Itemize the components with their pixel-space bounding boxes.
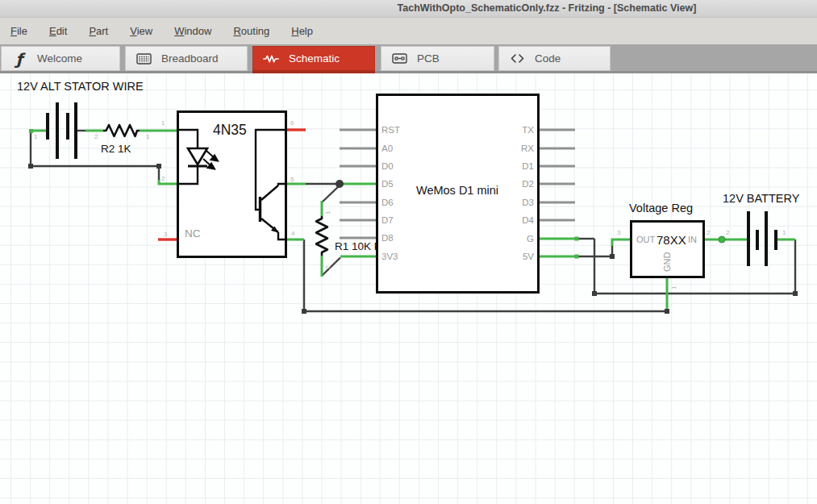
- vreg-title: Voltage Reg: [629, 202, 693, 215]
- wire-junction-to-r1[interactable]: [322, 185, 340, 202]
- opto-part-label: 4N35: [213, 122, 247, 138]
- num-opto-3: 3: [164, 231, 168, 238]
- menu-edit[interactable]: Edit: [49, 25, 67, 37]
- tab-code-label: Code: [535, 52, 561, 65]
- pin-label-d0: D0: [381, 161, 394, 171]
- pin-label-rx: RX: [521, 144, 534, 153]
- vreg-chip-label: 78XX: [657, 233, 686, 247]
- pin-label-g: G: [527, 234, 534, 244]
- pin-label-d6: D6: [381, 198, 394, 207]
- menu-routing[interactable]: Routing: [233, 25, 269, 37]
- schematic-drawing: 12V ALT STATOR WIRE R2 1K: [0, 73, 817, 504]
- title-bar: TachWithOpto_SchematicOnly.fzz - Fritzin…: [0, 0, 817, 18]
- voltage-regulator-78xx[interactable]: Voltage Reg OUT 78XX IN GND: [629, 202, 704, 277]
- pin-label-a0: A0: [381, 144, 393, 153]
- num-vreg-2: 2: [707, 229, 711, 236]
- tab-welcome-label: Welcome: [37, 52, 82, 65]
- stator-wire-label: 12V ALT STATOR WIRE: [17, 80, 144, 93]
- tab-pcb[interactable]: PCB: [381, 46, 494, 71]
- wemos-part-label: WeMos D1 mini: [416, 184, 498, 197]
- tab-breadboard-label: Breadboard: [161, 52, 219, 65]
- opto-nc-label: NC: [185, 227, 201, 240]
- pcb-icon: [391, 52, 407, 65]
- pin-label-tx: TX: [522, 125, 534, 135]
- pin-label-d1: D1: [522, 161, 534, 171]
- vreg-in-label: IN: [688, 235, 697, 244]
- num-opto-4: 4: [291, 230, 295, 237]
- code-icon: [509, 52, 525, 65]
- wemos-d1-mini[interactable]: WeMos D1 mini RST A0 D0 D5 D6 D7 D8 3V3 …: [377, 95, 539, 293]
- resistor-r1[interactable]: [316, 216, 327, 256]
- num-r2-1: 1: [146, 133, 150, 140]
- tab-code[interactable]: Code: [498, 46, 611, 71]
- d5-junction-dot[interactable]: [336, 180, 344, 188]
- pin-label-d8: D8: [381, 233, 394, 243]
- resistor-r2[interactable]: [103, 125, 140, 136]
- num-bat-r-2: 2: [726, 229, 730, 236]
- menu-window[interactable]: Window: [174, 25, 211, 37]
- tab-welcome[interactable]: ƒ Welcome: [1, 46, 120, 71]
- wire-out-stub[interactable]: [612, 240, 631, 246]
- num-opto-2: 2: [161, 175, 165, 182]
- num-vreg-1: 1: [670, 285, 677, 289]
- pin-label-d2: D2: [522, 179, 534, 189]
- window-title: TachWithOpto_SchematicOnly.fzz - Fritzin…: [398, 2, 697, 14]
- pin-label-d3: D3: [522, 198, 534, 207]
- optocoupler-4n35[interactable]: 4N35 NC: [178, 112, 287, 257]
- num-r1-2: 2: [324, 265, 331, 269]
- menu-part[interactable]: Part: [89, 25, 108, 37]
- schematic-canvas[interactable]: 12V ALT STATOR WIRE R2 1K: [0, 73, 817, 504]
- num-opto-6: 6: [290, 119, 294, 127]
- schematic-resistor-icon: [263, 52, 279, 65]
- stator-battery[interactable]: [48, 102, 76, 159]
- battery-12v[interactable]: [748, 211, 776, 266]
- pin-label-d4: D4: [522, 215, 534, 225]
- pin-label-5v: 5V: [523, 252, 534, 261]
- pin-label-3v3: 3V3: [381, 252, 398, 261]
- fritzing-f-icon: ƒ: [11, 52, 27, 65]
- battery-label: 12V BATTERY: [723, 192, 800, 205]
- menu-help[interactable]: Help: [291, 25, 313, 37]
- breadboard-icon: [135, 52, 152, 65]
- pin-label-d7: D7: [381, 215, 394, 225]
- menu-bar: File Edit Part View Window Routing Help: [0, 18, 817, 44]
- num-vreg-3: 3: [617, 229, 621, 236]
- num-bat-r-1: 1: [782, 229, 786, 236]
- menu-file[interactable]: File: [10, 25, 27, 37]
- num-bat-l-1: 1: [34, 133, 38, 140]
- num-r2-2: 2: [94, 133, 98, 140]
- vreg-gnd-label: GND: [662, 252, 672, 273]
- tab-schematic[interactable]: Schematic: [252, 46, 375, 71]
- num-r1-1: 1: [324, 210, 331, 215]
- in-wire-joint-dot[interactable]: [719, 236, 725, 243]
- vreg-out-label: OUT: [636, 235, 656, 244]
- num-opto-1: 1: [161, 119, 165, 127]
- tab-schematic-label: Schematic: [289, 52, 340, 65]
- tab-breadboard[interactable]: Breadboard: [125, 46, 248, 71]
- tab-pcb-label: PCB: [417, 52, 440, 65]
- r2-label: R2 1K: [101, 143, 131, 155]
- pin-label-d5: D5: [381, 179, 394, 189]
- num-opto-5: 5: [290, 176, 294, 183]
- menu-view[interactable]: View: [130, 25, 152, 37]
- view-tab-bar: ƒ Welcome Breadboard Schematic: [0, 44, 817, 73]
- pin-label-rst: RST: [381, 125, 400, 135]
